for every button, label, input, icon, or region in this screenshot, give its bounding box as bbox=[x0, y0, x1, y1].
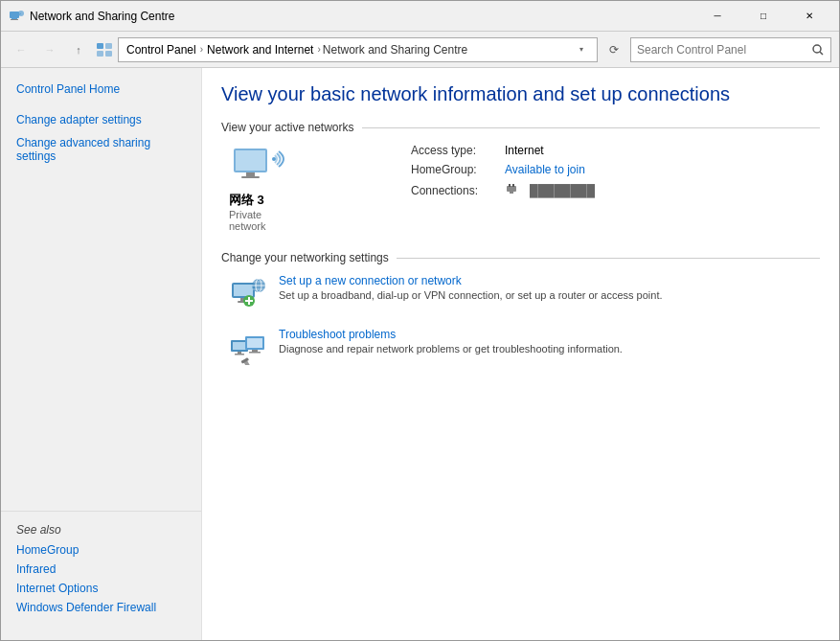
svg-rect-7 bbox=[105, 43, 112, 49]
breadcrumb-dropdown-button[interactable]: ▾ bbox=[572, 38, 591, 61]
setting-item-new-connection: Set up a new connection or network Set u… bbox=[221, 274, 820, 312]
svg-line-10 bbox=[820, 52, 823, 55]
nav-icon bbox=[95, 40, 114, 59]
window: Network and Sharing Centre ─ □ ✕ ← → ↑ C… bbox=[0, 0, 840, 641]
access-type-label: Access type: bbox=[411, 144, 497, 157]
svg-rect-5 bbox=[97, 43, 103, 49]
svg-point-9 bbox=[813, 45, 821, 53]
sidebar: Control Panel Home Change adapter settin… bbox=[1, 68, 202, 640]
svg-rect-34 bbox=[238, 352, 241, 354]
maximize-button[interactable]: □ bbox=[741, 1, 785, 32]
svg-rect-39 bbox=[249, 352, 261, 354]
change-settings-header: Change your networking settings bbox=[221, 251, 820, 264]
search-button[interactable] bbox=[806, 38, 830, 61]
see-also-label: See also bbox=[1, 520, 77, 539]
homegroup-value[interactable]: Available to join bbox=[505, 163, 585, 176]
access-type-value: Internet bbox=[505, 144, 544, 157]
breadcrumb-control-panel[interactable]: Control Panel bbox=[125, 43, 198, 57]
connections-value[interactable]: ████████ bbox=[530, 184, 595, 197]
svg-rect-8 bbox=[105, 51, 112, 57]
svg-rect-16 bbox=[507, 186, 516, 192]
new-connection-icon bbox=[229, 274, 267, 312]
close-button[interactable]: ✕ bbox=[787, 1, 831, 32]
svg-rect-2 bbox=[11, 19, 18, 20]
svg-rect-6 bbox=[97, 51, 103, 57]
sidebar-item-homegroup[interactable]: HomeGroup bbox=[1, 540, 201, 560]
refresh-button[interactable]: ⟳ bbox=[602, 37, 626, 62]
window-title: Network and Sharing Centre bbox=[30, 10, 695, 23]
svg-rect-1 bbox=[11, 18, 17, 19]
new-connection-desc: Set up a broadband, dial-up or VPN conne… bbox=[279, 289, 820, 301]
network-name: 网络 3 bbox=[229, 192, 264, 209]
back-button[interactable]: ← bbox=[9, 37, 34, 62]
setting-item-troubleshoot: Troubleshoot problems Diagnose and repai… bbox=[221, 328, 820, 366]
active-networks-header: View your active networks bbox=[221, 121, 820, 134]
sidebar-item-firewall[interactable]: Windows Defender Firewall bbox=[1, 598, 201, 617]
svg-rect-33 bbox=[233, 342, 246, 350]
sidebar-item-advanced-sharing[interactable]: Change advanced sharing settings bbox=[1, 133, 201, 166]
sidebar-item-infrared[interactable]: Infrared bbox=[1, 560, 201, 579]
homegroup-label: HomeGroup: bbox=[411, 163, 497, 176]
svg-rect-35 bbox=[235, 354, 244, 355]
content-area: View your basic network information and … bbox=[202, 68, 839, 640]
new-connection-title[interactable]: Set up a new connection or network bbox=[279, 274, 462, 287]
breadcrumb-bar: Control Panel › Network and Internet › N… bbox=[118, 37, 598, 62]
svg-rect-12 bbox=[236, 150, 265, 171]
svg-rect-18 bbox=[512, 184, 514, 187]
network-box: 网络 3 Private network Access type: Intern… bbox=[221, 144, 820, 232]
svg-rect-38 bbox=[252, 350, 258, 352]
main-area: Control Panel Home Change adapter settin… bbox=[1, 68, 839, 640]
connection-plug-icon bbox=[505, 182, 518, 195]
new-connection-svg bbox=[230, 275, 266, 311]
svg-point-15 bbox=[272, 157, 276, 161]
svg-rect-13 bbox=[246, 172, 255, 176]
setting-text-troubleshoot: Troubleshoot problems Diagnose and repai… bbox=[279, 328, 820, 355]
connections-row: Connections: ████████ bbox=[411, 182, 595, 198]
breadcrumb-network-internet[interactable]: Network and Internet bbox=[205, 43, 315, 57]
settings-section: Set up a new connection or network Set u… bbox=[221, 274, 820, 366]
svg-rect-21 bbox=[234, 285, 253, 296]
search-icon bbox=[812, 44, 824, 56]
network-type: Private network bbox=[229, 209, 296, 232]
window-icon bbox=[9, 9, 24, 24]
page-title: View your basic network information and … bbox=[221, 83, 820, 105]
sidebar-bottom: See also HomeGroup Infrared Internet Opt… bbox=[1, 511, 201, 629]
svg-rect-17 bbox=[509, 184, 511, 187]
svg-rect-37 bbox=[247, 338, 262, 348]
network-icon-area: 网络 3 Private network bbox=[229, 144, 296, 232]
breadcrumb-current: Network and Sharing Centre bbox=[323, 43, 467, 57]
breadcrumb-sep-2: › bbox=[317, 44, 320, 55]
search-box bbox=[630, 37, 831, 62]
svg-rect-0 bbox=[10, 11, 19, 18]
setting-text-new-connection: Set up a new connection or network Set u… bbox=[279, 274, 820, 301]
network-details: Access type: Internet HomeGroup: Availab… bbox=[411, 144, 595, 204]
up-button[interactable]: ↑ bbox=[66, 37, 91, 62]
address-bar: ← → ↑ Control Panel › Network and Intern… bbox=[1, 32, 839, 68]
troubleshoot-svg bbox=[230, 329, 266, 365]
access-type-row: Access type: Internet bbox=[411, 144, 595, 157]
title-bar: Network and Sharing Centre ─ □ ✕ bbox=[1, 1, 839, 32]
troubleshoot-desc: Diagnose and repair network problems or … bbox=[279, 343, 820, 355]
minimize-button[interactable]: ─ bbox=[695, 1, 739, 32]
connections-icon bbox=[505, 182, 518, 198]
network-monitor-icon bbox=[229, 144, 286, 192]
sidebar-item-adapter-settings[interactable]: Change adapter settings bbox=[1, 110, 201, 129]
homegroup-row: HomeGroup: Available to join bbox=[411, 163, 595, 176]
troubleshoot-title[interactable]: Troubleshoot problems bbox=[279, 328, 396, 341]
search-input[interactable] bbox=[631, 43, 806, 57]
sidebar-item-cp-home[interactable]: Control Panel Home bbox=[1, 80, 201, 99]
svg-rect-19 bbox=[510, 192, 513, 194]
forward-button[interactable]: → bbox=[37, 37, 62, 62]
sidebar-item-internet-options[interactable]: Internet Options bbox=[1, 579, 201, 598]
svg-rect-14 bbox=[241, 176, 260, 178]
connections-label: Connections: bbox=[411, 184, 497, 197]
troubleshoot-icon bbox=[229, 328, 267, 366]
breadcrumb-sep-1: › bbox=[200, 44, 203, 55]
title-bar-buttons: ─ □ ✕ bbox=[695, 1, 831, 32]
